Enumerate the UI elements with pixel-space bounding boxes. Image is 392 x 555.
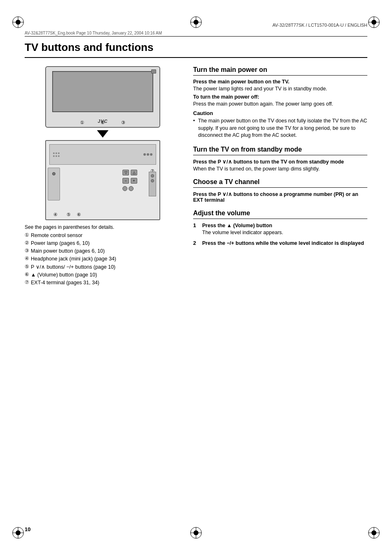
two-column-layout: JVC ① ② ③: [25, 66, 367, 287]
step2-bold: Press the −/+ buttons while the volume l…: [202, 240, 364, 246]
volume-step-1: 1 Press the ▲ (Volume) button The volume…: [193, 222, 367, 237]
vol-button: [129, 186, 134, 191]
reg-mark-bottom-left: [12, 527, 24, 539]
part-item-4: ④ Headphone jack (mini jack) (page 34): [25, 255, 181, 263]
tv-power-button-icon: [151, 69, 156, 74]
tv-side-casing: ▽ △ − +: [45, 140, 160, 220]
turn-main-power-instruction1-text: The power lamp lights red and your TV is…: [193, 86, 367, 92]
indicator-row2: [53, 155, 60, 157]
dot: [55, 155, 57, 157]
volume-step-2: 2 Press the −/+ buttons while the volume…: [193, 240, 367, 247]
dot: [55, 152, 57, 154]
arrow-down-container: [25, 129, 181, 138]
tv-casing: JVC ① ② ③: [45, 66, 160, 128]
marker-2: ②: [101, 120, 105, 125]
tv-indicator-area: [151, 69, 156, 74]
reg-mark-top-left: [12, 16, 24, 28]
parts-list: See the pages in parentheses for details…: [25, 224, 181, 286]
turn-main-power-instruction1-bold: Press the main power button on the TV.: [193, 79, 367, 85]
turn-main-power-off-bold: To turn the main power off:: [193, 94, 367, 100]
left-column: JVC ① ② ③: [25, 66, 181, 287]
page-header: AV-32/28T77SK / LCT1570-001A-U / ENGLISH: [272, 23, 367, 28]
step1-number: 1: [193, 222, 200, 228]
page-content: TV buttons and functions JVC: [25, 41, 367, 522]
arrow-down-icon: [97, 130, 108, 138]
dot: [53, 152, 55, 154]
file-info: AV-32&28T77SK_Eng.book Page 10 Thursday,…: [25, 31, 367, 37]
btn-dot: [150, 153, 152, 156]
part-item-5: ⑤ P ∨/∧ buttons/ −/+ buttons (page 10): [25, 263, 181, 271]
section-standby-heading: Turn the TV on from standby mode: [193, 146, 367, 155]
tv-side-diagram: ▽ △ − +: [41, 140, 164, 220]
marker-4: ④: [53, 211, 58, 217]
p-up-button: △: [131, 170, 137, 175]
p-buttons-row: ▽ △: [122, 170, 147, 175]
part-item-2: ② Power lamp (pages 6, 10): [25, 240, 181, 247]
tv-left-indicators: [53, 152, 60, 157]
section-adjust-volume-heading: Adjust the volume: [193, 210, 367, 219]
section-turn-main-power-heading: Turn the main power on: [193, 66, 367, 76]
dot: [58, 152, 60, 154]
part-item-6: ⑥ ▲ (Volume) button (page 10): [25, 271, 181, 279]
right-column: Turn the main power on Press the main po…: [193, 66, 367, 287]
dot: [53, 155, 55, 157]
main-buttons-panel: ▽ △ − +: [122, 170, 147, 191]
button-row: [143, 153, 152, 156]
model-info: AV-32/28T77SK / LCT1570-001A-U / ENGLISH: [272, 23, 367, 28]
reg-mark-bottom-center: [190, 527, 202, 539]
marker-3: ③: [121, 120, 125, 125]
caution-heading: Caution: [193, 110, 367, 116]
menu-button: [122, 186, 127, 191]
vol-buttons-row: − +: [122, 178, 147, 184]
indicator-row1: [53, 152, 60, 154]
terminal-port: [151, 179, 154, 182]
dot: [58, 155, 60, 157]
section-choose-channel-heading: Choose a TV channel: [193, 178, 367, 188]
left-side-panel: [48, 168, 60, 200]
tv-screen: [52, 71, 153, 112]
part-item-3: ③ Main power button (pages 6, 10): [25, 247, 181, 255]
step1-text: The volume level indicator appears.: [202, 230, 283, 235]
btn-dot: [147, 153, 149, 156]
standby-instruction1-text: When the TV is turned on, the power lamp…: [193, 166, 367, 172]
standby-instruction1-bold: Press the P ∨/∧ buttons to turn the TV o…: [193, 159, 367, 165]
vol-up-button: +: [131, 178, 137, 184]
marker-1: ①: [80, 120, 84, 125]
terminal-port: [151, 174, 154, 177]
headphone-jack-visual: [52, 172, 55, 175]
caution-bullet: The main power button on the TV does not…: [193, 117, 367, 139]
tv-top-panel: [49, 144, 156, 165]
tv-right-buttons: [143, 153, 152, 156]
marker-6: ⑥: [77, 211, 81, 217]
page-title: TV buttons and functions: [25, 41, 367, 58]
tv-front-diagram: JVC ① ② ③: [41, 66, 164, 128]
choose-channel-instruction1-bold: Press the P ∨/∧ buttons to choose a prog…: [193, 191, 367, 203]
menu-button-row: [122, 186, 147, 191]
ext4-terminal: [149, 172, 156, 196]
btn-dot: [143, 153, 146, 156]
turn-main-power-off-text: Press the main power button again. The p…: [193, 101, 367, 107]
step1-bold: Press the ▲ (Volume) button: [202, 223, 272, 228]
page-number: 10: [25, 526, 30, 532]
parts-list-intro: See the pages in parentheses for details…: [25, 224, 181, 230]
vol-down-button: −: [122, 178, 129, 184]
part-item-7: ⑦ EXT-4 terminal (pages 31, 34): [25, 279, 181, 286]
reg-mark-top-center: [190, 16, 202, 28]
tv-num-markers-row: ① ② ③: [46, 120, 159, 127]
reg-mark-top-right: [368, 16, 380, 28]
part-item-1: ① Remote control sensor: [25, 232, 181, 239]
step2-content: Press the −/+ buttons while the volume l…: [202, 240, 364, 247]
reg-mark-bottom-right: [368, 527, 380, 539]
marker-5: ⑤: [67, 211, 71, 217]
step1-content: Press the ▲ (Volume) button The volume l…: [202, 222, 283, 237]
step2-number: 2: [193, 240, 200, 246]
p-down-button: ▽: [122, 170, 129, 175]
